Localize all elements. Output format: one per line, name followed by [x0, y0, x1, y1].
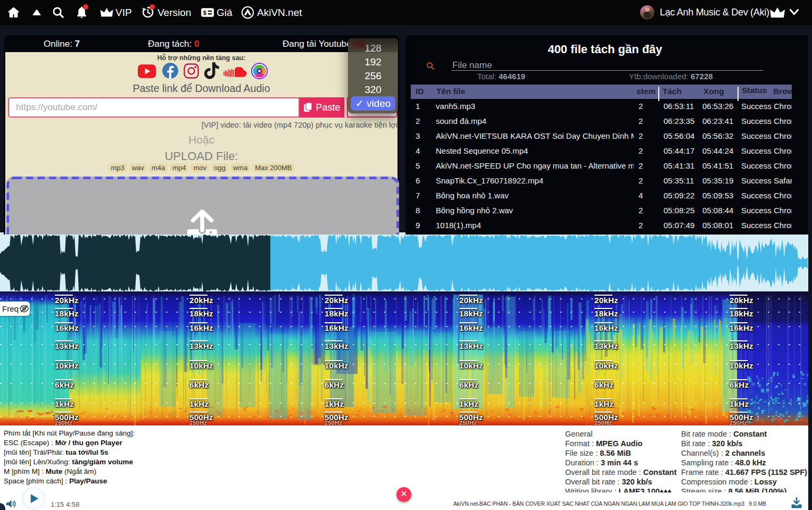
svg-text:$: $: [203, 10, 206, 16]
